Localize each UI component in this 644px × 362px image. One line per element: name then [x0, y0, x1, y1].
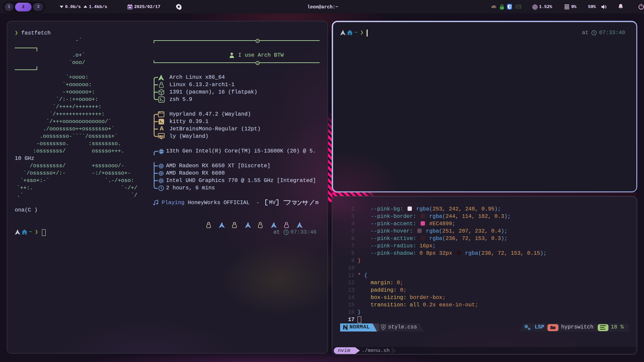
- svg-text:CPU: CPU: [160, 150, 163, 153]
